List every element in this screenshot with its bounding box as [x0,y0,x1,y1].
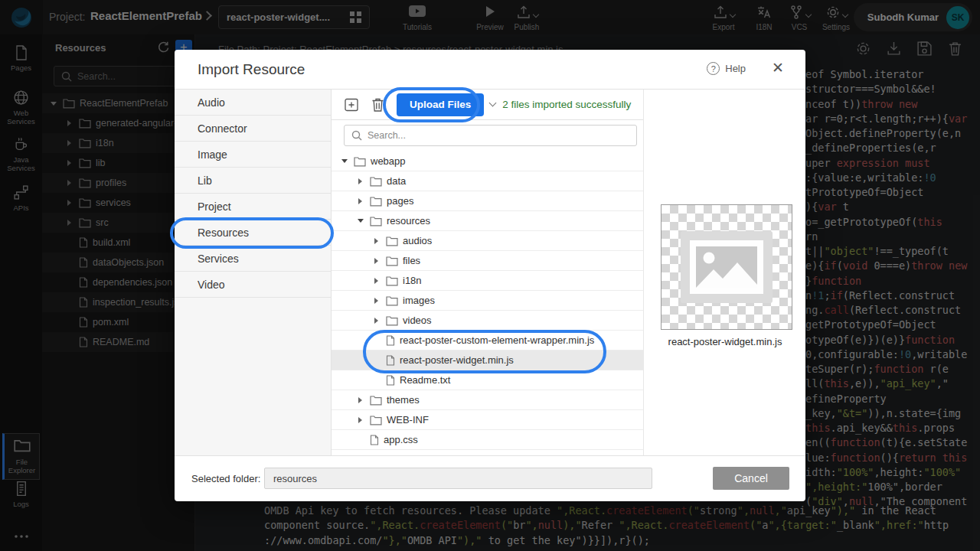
file-icon [370,435,379,445]
resource-file-tree: webappdatapagesresourcesaudiosfilesi18ni… [332,152,643,452]
resource-search[interactable] [344,125,637,146]
tree-item-label: webapp [371,155,406,167]
tree-item-images[interactable]: images [332,291,643,311]
tree-item-label: i18n [403,275,422,286]
new-folder-icon[interactable] [344,97,359,112]
tree-item-label: themes [387,394,420,406]
file-icon [386,355,395,366]
tree-item-readme-txt[interactable]: Readme.txt [332,370,643,390]
import-resource-dialog: Import Resource ? Help ✕ AudioConnectorI… [175,50,805,501]
upload-files-button[interactable]: Upload Files [397,93,484,116]
resource-type-services[interactable]: Services [175,246,331,272]
tree-item-label: resources [387,215,430,227]
caret-down-icon[interactable] [341,159,348,163]
caret-right-icon[interactable] [358,397,362,403]
tree-item-pages[interactable]: pages [332,191,643,211]
folder-icon [386,256,398,266]
resource-type-connector[interactable]: Connector [175,116,331,142]
upload-success-message: 2 files imported successfully [502,99,631,110]
file-icon [386,335,395,346]
close-icon[interactable]: ✕ [770,60,786,76]
folder-icon [370,395,382,406]
folder-icon [386,295,398,306]
selected-folder-input[interactable] [264,468,652,489]
caret-right-icon[interactable] [374,318,378,324]
resource-type-image[interactable]: Image [175,142,331,168]
resource-search-input[interactable] [368,130,629,141]
caret-right-icon[interactable] [374,298,378,304]
caret-down-icon[interactable] [358,219,364,223]
trash-icon[interactable] [371,97,384,112]
tree-item-webapp[interactable]: webapp [332,152,643,171]
tree-item-label: Readme.txt [400,374,450,386]
tree-item-files[interactable]: files [332,251,643,271]
resource-type-audio[interactable]: Audio [175,90,331,116]
tree-item-label: files [403,255,420,266]
folder-icon [370,176,382,187]
tree-item-label: WEB-INF [387,414,429,425]
folder-icon [354,156,366,167]
tree-item-react-poster-custom-element-wrapper-min-js[interactable]: react-poster-custom-element-wrapper.min.… [332,331,643,350]
dialog-header: Import Resource ? Help ✕ [175,50,805,90]
upload-chevron-down-icon[interactable] [489,99,497,107]
resource-type-nav: AudioConnectorImageLibProjectResourcesSe… [175,90,332,455]
tree-item-resources[interactable]: resources [332,211,643,231]
caret-right-icon[interactable] [358,178,362,184]
tree-item-i18n[interactable]: i18n [332,271,643,291]
resource-type-video[interactable]: Video [175,272,331,298]
caret-right-icon[interactable] [374,238,378,244]
resource-type-lib[interactable]: Lib [175,168,331,194]
tree-item-themes[interactable]: themes [332,390,643,410]
tree-item-label: react-poster-widget.min.js [400,354,514,366]
resource-type-resources[interactable]: Resources [175,220,331,246]
tree-item-label: audios [403,235,432,246]
folder-icon [370,415,382,425]
caret-right-icon[interactable] [374,258,378,264]
tree-item-label: data [387,175,406,187]
preview-caption: react-poster-widget.min.js [644,336,806,347]
caret-right-icon[interactable] [358,198,362,204]
tree-item-label: videos [403,315,432,326]
folder-icon [370,196,382,207]
tree-item-data[interactable]: data [332,171,643,191]
folder-icon [386,315,398,326]
help-button[interactable]: ? Help [707,62,746,75]
tree-item-videos[interactable]: videos [332,311,643,331]
dialog-footer: Selected folder: Cancel [175,455,805,501]
folder-icon [370,216,382,227]
cancel-button[interactable]: Cancel [713,467,789,490]
preview-pane: react-poster-widget.min.js [643,90,805,455]
help-label: Help [725,63,746,74]
tree-item-react-poster-widget-min-js[interactable]: react-poster-widget.min.js [332,350,643,370]
tree-item-label: pages [387,195,413,207]
caret-right-icon[interactable] [374,278,378,284]
file-icon [386,375,395,386]
caret-right-icon[interactable] [358,417,362,423]
image-placeholder-icon [681,231,773,303]
folder-icon [386,276,398,286]
tree-item-label: react-poster-custom-element-wrapper.min.… [400,334,594,346]
resource-type-project[interactable]: Project [175,194,331,220]
folder-icon [386,236,398,246]
selected-folder-label: Selected folder: [191,473,260,484]
tree-item-audios[interactable]: audios [332,231,643,251]
preview-thumbnail[interactable] [661,204,792,330]
tree-item-label: app.css [384,434,418,445]
tree-item-label: images [403,295,435,306]
app-screen: Project: ReactElementPrefab react-poster… [0,0,980,551]
tree-item-app-css[interactable]: app.css [332,430,643,450]
tree-item-web-inf[interactable]: WEB-INF [332,410,643,430]
dialog-title: Import Resource [198,61,305,78]
search-icon [351,130,362,141]
help-icon: ? [707,62,720,75]
dialog-toolbar: Upload Files 2 files imported successful… [332,90,643,120]
